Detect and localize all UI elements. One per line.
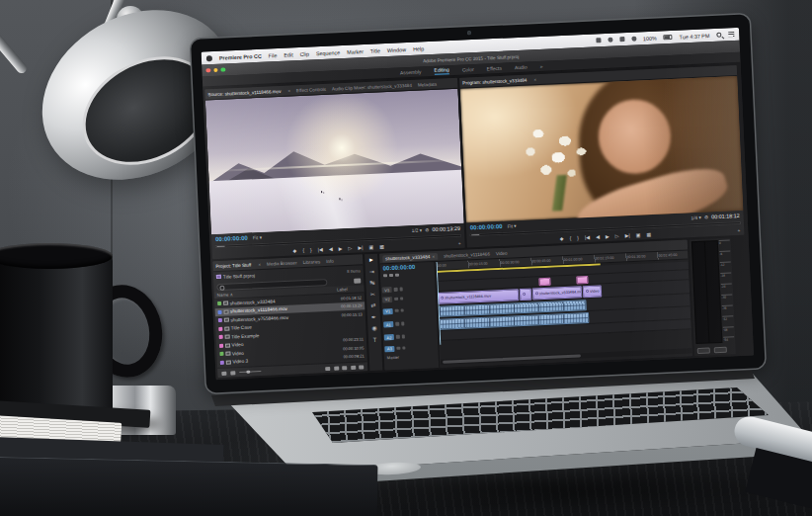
- extract-button[interactable]: ▦: [646, 231, 651, 237]
- master-track-label[interactable]: Master: [387, 355, 399, 361]
- menu-edit[interactable]: Edit: [284, 51, 293, 57]
- settings-wrench-icon[interactable]: ⚙: [425, 227, 430, 232]
- timeline-playhead-timecode[interactable]: 00:00:00:00: [383, 264, 416, 271]
- menu-sequence[interactable]: Sequence: [316, 49, 341, 56]
- step-forward-button[interactable]: ▷: [348, 244, 352, 250]
- type-tool[interactable]: T: [372, 336, 376, 342]
- marker-icon[interactable]: [389, 273, 393, 277]
- tab-effect-controls[interactable]: Effect Controls: [296, 86, 326, 92]
- tab-project[interactable]: Project: Title Stuff: [215, 262, 251, 269]
- mark-out-button[interactable]: }: [310, 246, 312, 252]
- display-icon[interactable]: [596, 38, 601, 43]
- step-back-button[interactable]: ◀: [329, 245, 333, 251]
- tab-media-browser[interactable]: Media Browser: [267, 260, 297, 266]
- snap-icon[interactable]: [383, 274, 387, 278]
- solo-left-button[interactable]: [697, 347, 710, 354]
- label-chip[interactable]: [217, 310, 221, 314]
- hand-tool[interactable]: ◉: [371, 325, 377, 331]
- play-button[interactable]: ▶: [606, 232, 609, 238]
- source-fit-dropdown[interactable]: Fit ▾: [253, 234, 262, 239]
- track-header-a2[interactable]: A2: [384, 329, 436, 343]
- menu-file[interactable]: File: [269, 52, 278, 58]
- go-to-in-button[interactable]: |◀: [585, 233, 590, 239]
- go-to-in-button[interactable]: |◀: [318, 246, 323, 252]
- source-resolution-dropdown[interactable]: 1/2 ▾: [412, 227, 423, 232]
- video-clip[interactable]: Video: [583, 285, 603, 298]
- sequence-tab[interactable]: shutterstock_v1118466: [444, 251, 490, 258]
- icon-view-icon[interactable]: [230, 371, 235, 375]
- label-chip[interactable]: [220, 361, 224, 365]
- selection-tool[interactable]: ►: [368, 257, 374, 263]
- menu-help[interactable]: Help: [413, 45, 424, 51]
- program-resolution-dropdown[interactable]: 1/4 ▾: [690, 215, 701, 219]
- tab-audio-clip-mixer[interactable]: Audio Clip Mixer: shutterstock_v333484: [332, 82, 412, 91]
- step-back-button[interactable]: ◀: [596, 233, 600, 239]
- tab-source[interactable]: Source: shutterstock_v1118466.mov: [207, 88, 281, 96]
- source-video-preview[interactable]: [205, 89, 464, 234]
- workspace-assembly[interactable]: Assembly: [400, 68, 422, 75]
- workspace-color[interactable]: Color: [462, 66, 474, 73]
- label-chip[interactable]: [219, 352, 223, 356]
- wifi-icon[interactable]: [619, 37, 624, 42]
- mark-in-button[interactable]: {: [569, 234, 571, 240]
- automate-to-sequence-icon[interactable]: [325, 366, 330, 370]
- pen-tool[interactable]: ✒: [371, 313, 376, 319]
- lift-button[interactable]: ▣: [636, 231, 641, 237]
- timeline-settings-icon[interactable]: [395, 273, 399, 277]
- button-editor-plus[interactable]: +: [458, 239, 461, 245]
- label-chip[interactable]: [218, 318, 222, 322]
- label-chip[interactable]: [218, 327, 222, 331]
- settings-wrench-icon[interactable]: ⚙: [704, 215, 709, 219]
- program-current-timecode[interactable]: 00:00:00:00: [470, 223, 503, 230]
- overwrite-button[interactable]: ▦: [379, 243, 384, 249]
- add-marker-button[interactable]: ◆: [292, 247, 296, 253]
- source-current-timecode[interactable]: 00:00:00:00: [215, 235, 248, 242]
- notification-center-icon[interactable]: [728, 32, 734, 37]
- video-clip[interactable]: [520, 288, 532, 301]
- volume-icon[interactable]: [631, 37, 636, 42]
- close-icon[interactable]: ×: [258, 262, 261, 267]
- source-playhead-thumb[interactable]: [216, 245, 224, 247]
- button-editor-plus[interactable]: +: [737, 226, 740, 232]
- label-chip[interactable]: [219, 344, 223, 348]
- close-icon[interactable]: ×: [533, 77, 536, 82]
- sequence-tab[interactable]: Video: [496, 250, 508, 256]
- menu-title[interactable]: Title: [370, 47, 380, 53]
- list-view-icon[interactable]: [221, 371, 226, 375]
- track-header-a3[interactable]: A3: [384, 342, 436, 353]
- clear-icon[interactable]: [359, 365, 364, 369]
- mark-out-button[interactable]: }: [577, 234, 579, 240]
- menu-marker[interactable]: Marker: [347, 48, 364, 55]
- program-playhead-thumb[interactable]: [471, 233, 479, 235]
- close-icon[interactable]: ×: [287, 88, 290, 93]
- label-chip[interactable]: [219, 335, 223, 339]
- tab-libraries[interactable]: Libraries: [302, 259, 320, 265]
- menu-window[interactable]: Window: [387, 46, 406, 53]
- sequence-tab-active[interactable]: shutterstock_v333484 ×: [382, 252, 438, 262]
- insert-button[interactable]: ▣: [368, 243, 373, 249]
- ripple-edit-tool[interactable]: ↹: [369, 280, 374, 286]
- workspace-audio[interactable]: Audio: [515, 64, 528, 71]
- workspace-effects[interactable]: Effects: [487, 65, 502, 72]
- new-item-icon[interactable]: [351, 365, 356, 369]
- go-to-out-button[interactable]: ▶|: [624, 232, 629, 238]
- tab-metadata[interactable]: Metadata: [418, 81, 437, 87]
- find-icon[interactable]: [334, 366, 339, 370]
- label-chip[interactable]: [217, 301, 221, 305]
- bluetooth-icon[interactable]: [608, 38, 612, 43]
- timeline-track-area[interactable]: 00:00 00:00:15:00 00:00:30:00 00:00:45:0…: [436, 250, 692, 367]
- apple-icon[interactable]: [206, 55, 212, 61]
- scrollbar-thumb[interactable]: [443, 354, 581, 363]
- workspace-overflow-icon[interactable]: »: [540, 63, 543, 69]
- bin-folder-icon[interactable]: [354, 278, 361, 283]
- play-button[interactable]: ▶: [339, 245, 343, 251]
- column-label[interactable]: Label: [337, 287, 348, 292]
- thumbnail-zoom-slider[interactable]: [239, 371, 261, 373]
- mark-in-button[interactable]: {: [302, 247, 304, 253]
- menu-clip[interactable]: Clip: [299, 50, 309, 56]
- spotlight-icon[interactable]: [716, 33, 721, 38]
- new-bin-icon[interactable]: [342, 366, 347, 370]
- project-file-name[interactable]: Title Stuff.prproj: [223, 273, 255, 279]
- title-clip[interactable]: [576, 275, 588, 284]
- add-marker-button[interactable]: ◆: [560, 235, 564, 241]
